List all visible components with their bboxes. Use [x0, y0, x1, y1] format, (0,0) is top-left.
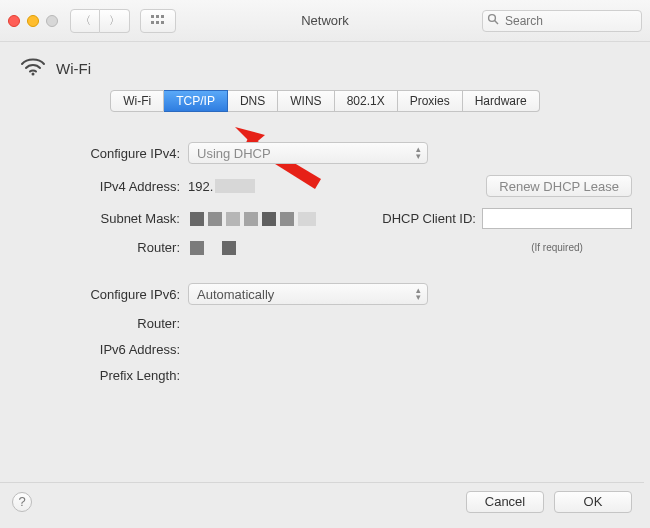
chevron-updown-icon: ▴▾	[416, 146, 421, 160]
tab-wifi[interactable]: Wi-Fi	[110, 90, 164, 112]
tab-dns[interactable]: DNS	[228, 90, 278, 112]
svg-rect-5	[161, 21, 164, 24]
main-panel: Wi-Fi Wi-Fi TCP/IP DNS WINS 802.1X Proxi…	[0, 42, 650, 528]
svg-rect-0	[151, 15, 154, 18]
tab-proxies[interactable]: Proxies	[398, 90, 463, 112]
configure-ipv6-label: Configure IPv6:	[18, 287, 188, 302]
tab-wins[interactable]: WINS	[278, 90, 334, 112]
grid-icon	[151, 13, 165, 28]
ipv6-address-label: IPv6 Address:	[18, 342, 188, 357]
redacted-block	[190, 212, 316, 226]
search-wrap	[482, 10, 642, 32]
tab-8021x[interactable]: 802.1X	[335, 90, 398, 112]
maximize-icon[interactable]	[46, 15, 58, 27]
router-label: Router:	[18, 240, 188, 255]
panel-title: Wi-Fi	[56, 60, 91, 77]
search-input[interactable]	[482, 10, 642, 32]
redacted-block	[190, 241, 236, 255]
footer-bar: ? Cancel OK	[0, 482, 644, 520]
tab-bar: Wi-Fi TCP/IP DNS WINS 802.1X Proxies Har…	[18, 90, 632, 112]
all-prefs-button[interactable]	[140, 9, 176, 33]
window-controls	[8, 15, 58, 27]
help-button[interactable]: ?	[12, 492, 32, 512]
configure-ipv4-label: Configure IPv4:	[18, 146, 188, 161]
minimize-icon[interactable]	[27, 15, 39, 27]
svg-point-6	[489, 14, 496, 21]
ok-button[interactable]: OK	[554, 491, 632, 513]
panel-header: Wi-Fi	[20, 56, 632, 80]
nav-buttons: 〈 〉	[70, 9, 130, 33]
back-button[interactable]: 〈	[70, 9, 100, 33]
toolbar: 〈 〉 Network	[0, 0, 650, 42]
redacted-block	[215, 179, 255, 193]
renew-dhcp-button[interactable]: Renew DHCP Lease	[486, 175, 632, 197]
ipv4-address-label: IPv4 Address:	[18, 179, 188, 194]
dhcp-client-id-input[interactable]	[482, 208, 632, 229]
configure-ipv6-value: Automatically	[197, 287, 274, 302]
prefix-length-label: Prefix Length:	[18, 368, 188, 383]
router6-label: Router:	[18, 316, 188, 331]
wifi-icon	[20, 56, 46, 80]
chevron-left-icon: 〈	[80, 13, 91, 28]
ipv4-address-value: 192.	[188, 179, 213, 194]
if-required-note: (If required)	[482, 242, 632, 253]
svg-rect-1	[156, 15, 159, 18]
tab-tcpip[interactable]: TCP/IP	[164, 90, 228, 112]
configure-ipv6-select[interactable]: Automatically ▴▾	[188, 283, 428, 305]
search-icon	[487, 13, 499, 28]
subnet-mask-label: Subnet Mask:	[18, 211, 188, 226]
tcpip-form: Configure IPv4: Using DHCP ▴▾ IPv4 Addre…	[18, 142, 632, 383]
svg-rect-4	[156, 21, 159, 24]
svg-rect-2	[161, 15, 164, 18]
configure-ipv4-value: Using DHCP	[197, 146, 271, 161]
svg-rect-3	[151, 21, 154, 24]
dhcp-client-id-label: DHCP Client ID:	[382, 211, 476, 226]
svg-point-8	[32, 73, 35, 76]
cancel-button[interactable]: Cancel	[466, 491, 544, 513]
close-icon[interactable]	[8, 15, 20, 27]
forward-button[interactable]: 〉	[100, 9, 130, 33]
configure-ipv4-select[interactable]: Using DHCP ▴▾	[188, 142, 428, 164]
chevron-updown-icon: ▴▾	[416, 287, 421, 301]
chevron-right-icon: 〉	[109, 13, 120, 28]
help-icon: ?	[18, 494, 25, 509]
svg-line-7	[495, 20, 498, 23]
tab-hardware[interactable]: Hardware	[463, 90, 540, 112]
